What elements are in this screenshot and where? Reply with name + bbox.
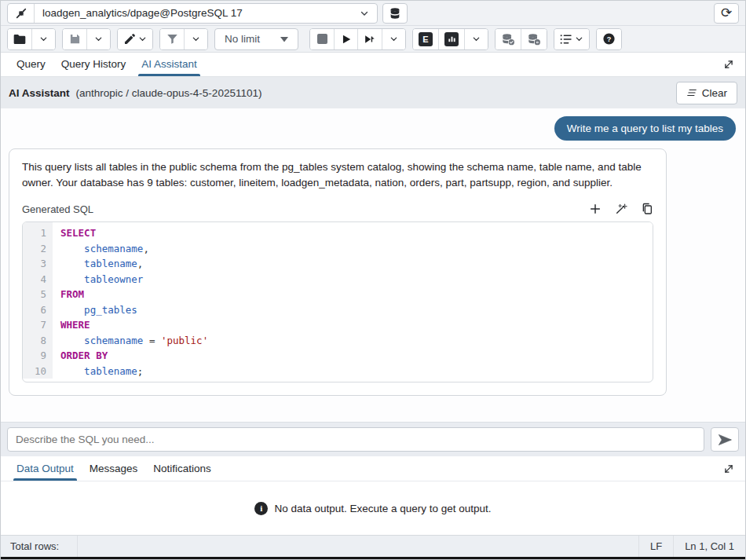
rotate-refresh-icon: ⟳	[721, 6, 732, 20]
row-limit-selector[interactable]: No limit	[214, 28, 298, 50]
sql-line: 6 pg_tables	[23, 302, 653, 318]
cursor-position: Ln 1, Col 1	[673, 536, 745, 557]
tab-messages[interactable]: Messages	[82, 457, 146, 481]
line-number: 7	[23, 317, 53, 333]
line-number: 3	[23, 256, 53, 272]
edit-menu-button[interactable]	[118, 29, 152, 49]
query-toolbar: No limit E	[1, 26, 745, 53]
svg-text:?: ?	[607, 35, 612, 43]
reset-layout-button[interactable]: ⟳	[714, 3, 739, 24]
sql-line: 4 tableowner	[23, 272, 653, 287]
new-connection-button[interactable]	[382, 3, 408, 24]
ai-assistant-title: AI Assistant	[9, 87, 70, 99]
list-icon	[560, 34, 572, 45]
eol-mode: LF	[638, 536, 673, 557]
ai-assistant-header: AI Assistant (anthropic / claude-opus-4-…	[1, 77, 745, 108]
save-menu-button[interactable]	[86, 29, 110, 49]
tab-query[interactable]: Query	[9, 53, 53, 76]
sql-line: 3 tablename,	[23, 256, 653, 272]
chevron-down-icon	[352, 9, 377, 18]
chevron-down-icon	[39, 35, 48, 43]
sql-line: 5FROM	[23, 287, 653, 302]
chevron-down-icon	[192, 35, 200, 43]
line-number: 10	[23, 364, 53, 379]
line-number: 9	[23, 348, 53, 364]
sql-line: 7WHERE	[23, 317, 653, 333]
filter-button[interactable]	[160, 29, 184, 49]
tab-notifications[interactable]: Notifications	[145, 457, 219, 481]
clear-button[interactable]: Clear	[676, 82, 737, 104]
open-file-menu-button[interactable]	[31, 29, 55, 49]
window-bottom-edge	[1, 557, 745, 559]
help-icon: ?	[602, 32, 616, 46]
send-button[interactable]	[711, 427, 739, 452]
connection-bar: loadgen_analytics/dpage@PostgreSQL 17 ⟳	[1, 1, 745, 26]
sql-code-block[interactable]: 1SELECT2 schemaname,3 tablename,4 tableo…	[22, 221, 653, 382]
ai-model-info: (anthropic / claude-opus-4-5-20251101)	[76, 87, 262, 99]
explain-analyze-button[interactable]	[438, 29, 464, 49]
assistant-response-text: This query lists all tables in the publi…	[22, 159, 653, 191]
tab-ai-assistant[interactable]: AI Assistant	[133, 53, 205, 76]
line-number: 1	[23, 225, 53, 241]
data-output-panel: i No data output. Execute a query to get…	[1, 481, 745, 535]
line-number: 4	[23, 272, 53, 287]
ai-chat-area: Write me a query to list my tables This …	[1, 108, 745, 422]
copy-icon[interactable]	[641, 203, 653, 215]
connection-plug-icon	[8, 4, 35, 23]
total-rows-label: Total rows:	[1, 536, 78, 557]
tab-data-output[interactable]: Data Output	[9, 457, 82, 481]
query-tool-tabs: Query Query History AI Assistant	[1, 53, 745, 77]
chevron-down-icon	[575, 35, 583, 43]
chevron-down-icon	[389, 35, 398, 43]
sql-line: 1SELECT	[23, 222, 653, 241]
commit-button[interactable]	[496, 29, 521, 49]
prompt-input[interactable]	[7, 427, 704, 452]
tab-query-history[interactable]: Query History	[53, 53, 134, 76]
chevron-down-icon	[94, 35, 103, 43]
execute-button[interactable]	[334, 29, 357, 49]
save-button[interactable]	[63, 29, 86, 49]
cancel-query-button[interactable]	[310, 29, 334, 49]
filter-icon	[166, 33, 178, 45]
line-number: 6	[23, 302, 53, 318]
sql-line: 2 schemaname,	[23, 241, 653, 257]
play-icon	[341, 34, 352, 45]
commit-database-check-icon	[501, 33, 515, 46]
execute-options-button[interactable]	[357, 29, 382, 49]
sql-line: 9ORDER BY	[23, 348, 653, 364]
explain-menu-button[interactable]	[464, 29, 488, 49]
sql-code: 1SELECT2 schemaname,3 tablename,4 tableo…	[23, 222, 653, 382]
explain-button[interactable]: E	[413, 29, 438, 49]
empty-output-message: No data output. Execute a query to get o…	[274, 503, 491, 514]
filter-menu-button[interactable]	[184, 29, 207, 49]
expand-panel-icon[interactable]	[723, 59, 737, 70]
status-bar: Total rows: LF Ln 1, Col 1	[1, 535, 745, 557]
line-number: 5	[23, 287, 53, 302]
sql-line: 10 tablename;	[23, 364, 653, 382]
open-file-button[interactable]	[8, 29, 31, 49]
play-cursor-icon	[364, 34, 376, 45]
folder-icon	[13, 34, 26, 45]
connection-name: loadgen_analytics/dpage@PostgreSQL 17	[35, 7, 352, 19]
expand-output-icon[interactable]	[723, 463, 737, 474]
chevron-down-icon	[472, 35, 481, 43]
execute-menu-button[interactable]	[382, 29, 405, 49]
clear-label: Clear	[702, 87, 727, 99]
magic-wand-icon[interactable]	[615, 203, 627, 215]
explain-icon: E	[419, 32, 433, 46]
macros-button[interactable]	[554, 29, 589, 49]
rollback-button[interactable]	[521, 29, 547, 49]
save-icon	[69, 33, 81, 45]
chevron-down-icon	[138, 35, 147, 43]
send-icon	[718, 434, 732, 446]
help-button[interactable]: ?	[597, 29, 621, 49]
database-icon	[389, 7, 401, 20]
line-number: 8	[23, 333, 53, 349]
insert-sql-icon[interactable]	[589, 203, 602, 215]
dropdown-triangle-icon	[280, 36, 288, 42]
explain-analyze-icon	[444, 32, 459, 46]
connection-selector[interactable]: loadgen_analytics/dpage@PostgreSQL 17	[7, 3, 378, 24]
clear-icon	[686, 88, 697, 97]
info-icon: i	[254, 502, 268, 515]
assistant-response-card: This query lists all tables in the publi…	[9, 148, 667, 396]
